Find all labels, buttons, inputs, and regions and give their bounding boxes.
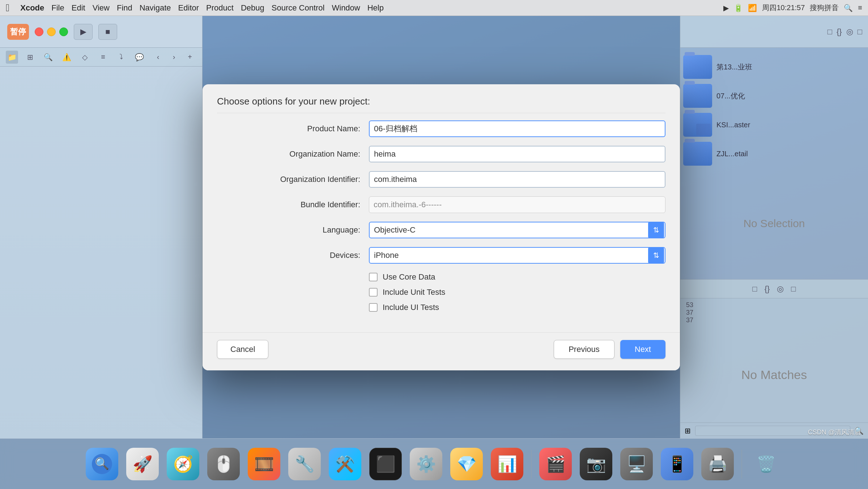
menu-navigate[interactable]: Navigate [140, 3, 171, 13]
right-bottom-content: No Matches [680, 327, 868, 422]
right-panel-icon2[interactable]: {} [837, 27, 842, 37]
bottom-icon4[interactable]: □ [791, 284, 796, 294]
devices-value: iPhone [374, 251, 399, 260]
control-center-icon[interactable]: ≡ [858, 4, 862, 12]
menu-edit[interactable]: Edit [72, 3, 85, 13]
include-unit-tests-checkbox[interactable] [369, 288, 378, 297]
stop-btn[interactable]: ■ [98, 24, 117, 40]
dock-app3[interactable]: 🖥️ [618, 446, 655, 482]
dock-dev-tools[interactable]: 🔧 [286, 446, 323, 482]
menu-window[interactable]: Window [332, 3, 360, 13]
mouse-app-icon: 🖱️ [207, 448, 240, 480]
menu-xcode[interactable]: Xcode [20, 3, 44, 13]
org-id-input[interactable]: com.itheima [369, 171, 665, 188]
dock-trash[interactable]: 🗑️ [748, 446, 784, 482]
apple-menu[interactable]:  [6, 2, 9, 14]
folder-item-07[interactable]: 07...优化 [683, 84, 865, 108]
menu-source-control[interactable]: Source Control [272, 3, 325, 13]
dock-terminal[interactable]: ⬛ [367, 446, 404, 482]
dialog-body: Product Name: 06-归档解档 Organization Name:… [203, 113, 680, 332]
dock-xcode-app[interactable]: ⚒️ [327, 446, 363, 482]
language-label: Language: [217, 225, 369, 235]
minimize-button[interactable] [47, 27, 56, 36]
menubar-right: ▶ 🔋 📶 周四10:21:57 搜狗拼音 🔍 ≡ [723, 3, 862, 13]
dock: 🔍 🚀 🧭 🖱️ 🎞️ 🔧 ⚒️ ⬛ [0, 438, 868, 489]
menu-product[interactable]: Product [206, 3, 234, 13]
battery-icon: 🔋 [734, 4, 743, 12]
folder-label-07: 07...优化 [716, 91, 745, 101]
right-panel-toolbar: □ {} ◎ □ [680, 16, 868, 48]
dock-safari[interactable]: 🧭 [165, 446, 201, 482]
dock-media-player[interactable]: 🎞️ [246, 446, 282, 482]
dock-finder[interactable]: 🔍 [84, 446, 120, 482]
input-method[interactable]: 搜狗拼音 [810, 3, 839, 13]
nav-breakpoint-icon[interactable]: ⤵ [115, 51, 127, 64]
right-panel-icon4[interactable]: □ [858, 27, 862, 37]
close-button[interactable] [35, 27, 43, 36]
app4-icon: 📱 [661, 448, 693, 480]
language-select[interactable]: Objective-C ⇅ [369, 222, 665, 238]
sketch-icon: 💎 [450, 448, 483, 480]
menu-file[interactable]: File [51, 3, 64, 13]
bottom-icon2[interactable]: {} [765, 284, 770, 294]
include-ui-tests-checkbox[interactable] [369, 303, 378, 312]
folder-item-13[interactable]: 第13...业班 [683, 55, 865, 79]
bundle-id-display: com.itheima.-6------ [369, 196, 665, 213]
org-name-input[interactable]: heima [369, 146, 665, 162]
language-value: Objective-C [374, 225, 416, 235]
bottom-icon3[interactable]: ◎ [777, 284, 784, 294]
maximize-button[interactable] [59, 27, 68, 36]
xcode-editor: Choose options for your new project: Pro… [203, 16, 680, 438]
dock-ppt-app[interactable]: 📊 [489, 446, 525, 482]
cancel-button[interactable]: Cancel [217, 340, 268, 359]
dock-app4[interactable]: 📱 [659, 446, 695, 482]
menu-debug[interactable]: Debug [241, 3, 264, 13]
product-name-input[interactable]: 06-归档解档 [369, 120, 665, 137]
menu-editor[interactable]: Editor [178, 3, 199, 13]
folder-item-ksi[interactable]: KSI...aster [683, 113, 865, 137]
dock-app2[interactable]: 📷 [578, 446, 614, 482]
devices-arrow-icon: ⇅ [648, 247, 664, 263]
nav-search-icon[interactable]: 🔍 [42, 51, 55, 64]
nav-warning-icon[interactable]: ⚠️ [60, 51, 73, 64]
dock-app1[interactable]: 🎬 [537, 446, 574, 482]
right-panel-icon1[interactable]: □ [827, 27, 832, 37]
bottom-icon1[interactable]: □ [752, 284, 757, 294]
nav-test-icon[interactable]: ◇ [79, 51, 91, 64]
menu-view[interactable]: View [93, 3, 110, 13]
next-button[interactable]: Next [620, 340, 665, 359]
nav-back-icon[interactable]: ‹ [152, 51, 165, 64]
terminal-icon: ⬛ [369, 448, 402, 480]
dock-mouse-app[interactable]: 🖱️ [205, 446, 242, 482]
nav-debug-icon[interactable]: ≡ [97, 51, 109, 64]
zoom-out-icon[interactable]: ⊞ [685, 426, 691, 435]
right-file-area: 第13...业班 07...优化 KSI...aster [680, 48, 868, 168]
stop-button[interactable]: 暂停 [7, 24, 29, 40]
product-name-label: Product Name: [217, 124, 369, 133]
launchpad-icon: 🚀 [126, 448, 159, 480]
svg-text:🔍: 🔍 [95, 457, 109, 471]
right-panel-icon3[interactable]: ◎ [846, 27, 853, 37]
dock-settings-app[interactable]: ⚙️ [408, 446, 444, 482]
product-name-row: Product Name: 06-归档解档 [217, 120, 665, 137]
dock-app5[interactable]: 🖨️ [699, 446, 736, 482]
nav-folder-icon[interactable]: 📁 [6, 51, 18, 64]
menu-help[interactable]: Help [367, 3, 384, 13]
nav-report-icon[interactable]: 💬 [133, 51, 146, 64]
use-core-data-checkbox[interactable] [369, 273, 378, 281]
devices-select[interactable]: iPhone ⇅ [369, 247, 665, 264]
dock-sketch[interactable]: 💎 [448, 446, 485, 482]
nav-add-icon[interactable]: + [183, 51, 196, 64]
nav-symbol-icon[interactable]: ⊞ [24, 51, 36, 64]
dock-separator2 [741, 450, 742, 479]
run-button[interactable]: ▶ [74, 24, 93, 40]
menu-find[interactable]: Find [117, 3, 132, 13]
previous-button[interactable]: Previous [554, 340, 614, 359]
dock-launchpad[interactable]: 🚀 [124, 446, 161, 482]
menubar:  Xcode File Edit View Find Navigate Edi… [0, 0, 868, 16]
search-icon[interactable]: 🔍 [844, 4, 853, 12]
dialog-overlay: Choose options for your new project: Pro… [203, 16, 680, 438]
wifi-icon: 📶 [748, 4, 757, 12]
folder-item-zjl[interactable]: ZJL...etail [683, 142, 865, 166]
nav-forward-icon[interactable]: › [167, 51, 180, 64]
